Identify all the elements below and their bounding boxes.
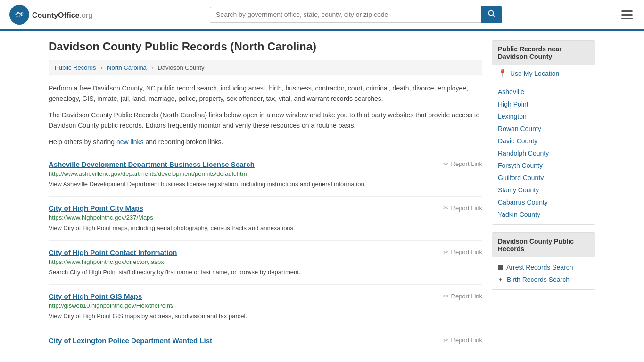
- nearby-section: Public Records near Davidson County 📍 Us…: [492, 40, 595, 225]
- sidebar: Public Records near Davidson County 📍 Us…: [492, 40, 595, 354]
- nearby-link[interactable]: High Point: [498, 100, 528, 108]
- list-item: Lexington: [492, 110, 595, 123]
- nearby-link[interactable]: Asheville: [498, 88, 524, 96]
- list-item: Davie County: [492, 135, 595, 147]
- result-url: https://www.highpointnc.gov/237/Maps: [49, 214, 482, 221]
- nearby-link[interactable]: Stanly County: [498, 186, 539, 194]
- breadcrumb-sep: ›: [100, 64, 102, 71]
- list-item: High Point: [492, 98, 595, 110]
- logo-text: CountyOffice.org: [32, 9, 92, 20]
- breadcrumb-north-carolina[interactable]: North Carolina: [107, 64, 147, 71]
- main-container: Davidson County Public Records (North Ca…: [39, 31, 605, 362]
- result-header: Asheville Development Department Busines…: [49, 160, 482, 168]
- result-item: City of High Point GIS Maps ✂ Report Lin…: [49, 285, 482, 329]
- list-item: Guilford County: [492, 172, 595, 184]
- result-title-link[interactable]: City of High Point City Maps: [49, 204, 143, 212]
- nearby-link[interactable]: Randolph County: [498, 149, 549, 157]
- report-link[interactable]: ✂ Report Link: [443, 292, 482, 300]
- report-icon: ✂: [443, 160, 449, 168]
- result-desc: View Asheville Development Department bu…: [49, 180, 482, 189]
- svg-point-2: [19, 16, 20, 17]
- breadcrumb-public-records[interactable]: Public Records: [55, 64, 96, 71]
- content-area: Davidson County Public Records (North Ca…: [49, 40, 482, 354]
- result-desc: View City of High Point maps, including …: [49, 223, 482, 233]
- records-section: Davidson County Public Records Arrest Re…: [492, 232, 595, 290]
- nearby-link[interactable]: Forsyth County: [498, 162, 543, 169]
- logo-area: CountyOffice.org: [9, 5, 92, 25]
- report-link[interactable]: ✂ Report Link: [443, 248, 482, 256]
- list-item: Randolph County: [492, 147, 595, 159]
- result-title-link[interactable]: City of High Point Contact Information: [49, 248, 177, 256]
- nearby-header: Public Records near Davidson County: [492, 41, 595, 65]
- menu-line: [621, 10, 633, 12]
- list-item: Forsyth County: [492, 159, 595, 172]
- records-link[interactable]: Birth Records Search: [507, 276, 570, 283]
- result-url: http://gisweb10.highpointnc.gov/Flex/the…: [49, 302, 482, 309]
- result-url: https://www.highpointnc.gov/directory.as…: [49, 258, 482, 265]
- bullet-star-icon: ✦: [498, 276, 503, 283]
- menu-line: [621, 14, 633, 16]
- result-desc: Search City of High Point staff director…: [49, 268, 482, 277]
- result-header: City of Lexington Police Department Want…: [49, 337, 482, 345]
- intro-paragraph-1: Perform a free Davidson County, NC publi…: [49, 83, 482, 104]
- hamburger-menu-button[interactable]: [619, 8, 635, 21]
- report-icon: ✂: [443, 248, 449, 256]
- intro-paragraph-3: Help others by sharing new links and rep…: [49, 137, 482, 147]
- search-icon: [488, 10, 495, 17]
- result-item: City of Lexington Police Department Want…: [49, 329, 482, 354]
- breadcrumb-current: Davidson County: [157, 64, 204, 71]
- location-pin-icon: 📍: [498, 69, 507, 78]
- result-item: City of High Point Contact Information ✂…: [49, 241, 482, 285]
- search-area: [210, 6, 502, 23]
- breadcrumb: Public Records › North Carolina › Davids…: [49, 60, 482, 75]
- use-location-row[interactable]: 📍 Use My Location: [492, 65, 595, 82]
- nearby-link[interactable]: Davie County: [498, 137, 537, 145]
- breadcrumb-sep: ›: [151, 64, 153, 71]
- list-item: Stanly County: [492, 184, 595, 196]
- records-link[interactable]: Arrest Records Search: [506, 263, 573, 271]
- results-list: Asheville Development Department Busines…: [49, 153, 482, 354]
- report-icon: ✂: [443, 337, 449, 344]
- logo-icon: [9, 5, 29, 25]
- report-link[interactable]: ✂ Report Link: [443, 160, 482, 168]
- page-title: Davidson County Public Records (North Ca…: [49, 40, 482, 53]
- new-links-link[interactable]: new links: [116, 138, 144, 146]
- nearby-link[interactable]: Cabarrus County: [498, 198, 548, 206]
- result-title-link[interactable]: City of Lexington Police Department Want…: [49, 337, 212, 345]
- result-desc: View City of High Point GIS maps by addr…: [49, 312, 482, 321]
- svg-point-1: [17, 16, 18, 18]
- report-icon: ✂: [443, 204, 449, 212]
- result-title-link[interactable]: Asheville Development Department Busines…: [49, 160, 255, 168]
- nearby-link[interactable]: Lexington: [498, 113, 527, 120]
- list-item: Yadkin County: [492, 208, 595, 221]
- list-item: Rowan County: [492, 123, 595, 135]
- search-button[interactable]: [481, 6, 502, 23]
- result-title-link[interactable]: City of High Point GIS Maps: [49, 292, 142, 300]
- bullet-square-icon: [498, 265, 503, 270]
- nearby-link[interactable]: Guilford County: [498, 174, 544, 181]
- list-item: Arrest Records Search: [492, 261, 595, 273]
- search-input[interactable]: [210, 7, 481, 23]
- report-link[interactable]: ✂ Report Link: [443, 337, 482, 344]
- list-item: Asheville: [492, 86, 595, 98]
- svg-point-0: [14, 9, 25, 20]
- nearby-link[interactable]: Yadkin County: [498, 211, 540, 218]
- svg-line-5: [493, 15, 495, 17]
- nearby-link[interactable]: Rowan County: [498, 125, 541, 132]
- svg-point-4: [489, 11, 494, 16]
- report-link[interactable]: ✂ Report Link: [443, 204, 482, 212]
- intro-paragraph-2: The Davidson County Public Records (Nort…: [49, 110, 482, 131]
- menu-line: [621, 18, 633, 19]
- site-header: CountyOffice.org: [0, 0, 644, 31]
- result-header: City of High Point GIS Maps ✂ Report Lin…: [49, 292, 482, 300]
- result-item: Asheville Development Department Busines…: [49, 153, 482, 197]
- use-location-link[interactable]: Use My Location: [510, 70, 559, 77]
- list-item: Cabarrus County: [492, 196, 595, 208]
- records-links-list: Arrest Records Search ✦ Birth Records Se…: [492, 257, 595, 289]
- result-url: http://www.ashevillenc.gov/departments/d…: [49, 170, 482, 177]
- list-item: ✦ Birth Records Search: [492, 273, 595, 286]
- result-header: City of High Point Contact Information ✂…: [49, 248, 482, 256]
- records-header: Davidson County Public Records: [492, 233, 595, 257]
- result-item: City of High Point City Maps ✂ Report Li…: [49, 197, 482, 241]
- result-header: City of High Point City Maps ✂ Report Li…: [49, 204, 482, 212]
